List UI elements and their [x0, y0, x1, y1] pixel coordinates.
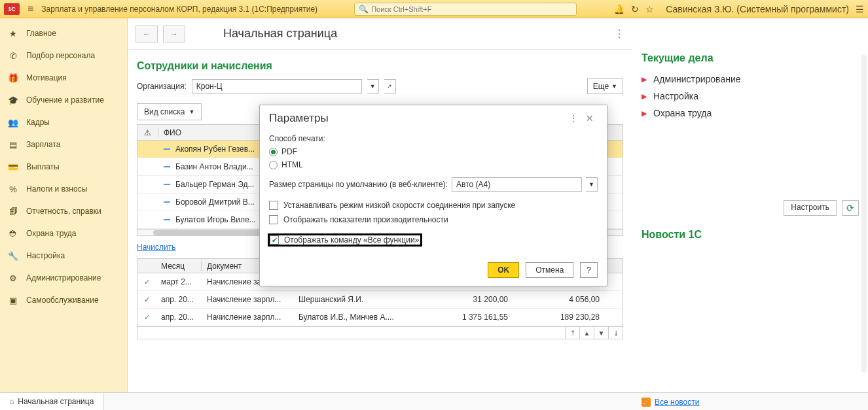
pagesize-label: Размер страницы по умолчанию (в веб-клие…: [269, 180, 448, 189]
sidebar-item-admin[interactable]: ⚙Администрирование: [0, 267, 127, 289]
wrench-icon: 🔧: [8, 251, 18, 261]
employee-name: Бальцер Герман Эд...: [175, 180, 254, 189]
sidebar-item-label: Кадры: [26, 118, 50, 127]
sidebar-item-settings[interactable]: 🔧Настройка: [0, 245, 127, 267]
user-label[interactable]: Савинская З.Ю. (Системный программист): [666, 4, 849, 14]
item-icon: [164, 148, 170, 150]
star-icon[interactable]: ☆: [645, 4, 654, 14]
sidebar-item-label: Обучение и развитие: [26, 95, 104, 105]
help-button[interactable]: ?: [580, 262, 598, 278]
sidebar-item-label: Налоги и взносы: [26, 184, 87, 194]
warning-column-icon: ⚠: [137, 128, 158, 137]
sidebar-item-payments[interactable]: 💳Выплаты: [0, 156, 127, 178]
graduation-icon: 🎓: [8, 95, 18, 105]
list-mode-button[interactable]: Вид списка▼: [137, 103, 202, 120]
more-button[interactable]: Еще▼: [587, 78, 623, 94]
configure-button[interactable]: Настроить: [784, 200, 837, 216]
tab-label: Начальная страница: [18, 397, 94, 406]
sidebar-item-selfservice[interactable]: ▣Самообслуживание: [0, 289, 127, 311]
global-search[interactable]: 🔍: [354, 3, 577, 16]
table-row[interactable]: ✓апр. 20...Начисление зарпл...Шершанский…: [137, 291, 623, 309]
print-method-label: Способ печати:: [269, 134, 598, 143]
grid-first-button[interactable]: ⤒: [565, 327, 579, 339]
arrow-right-icon: ▶: [642, 92, 647, 101]
task-admin[interactable]: ▶Администрирование: [642, 71, 859, 88]
task-settings[interactable]: ▶Настройка: [642, 88, 859, 105]
checkbox-checked-icon: ✔: [270, 235, 279, 245]
sidebar-item-label: Зарплата: [26, 140, 61, 149]
grid-nav-strip: ⤒ ▲ ▼ ⤓: [137, 327, 623, 339]
sidebar-item-label: Выплаты: [26, 162, 60, 171]
topbar: 1C ≡ Зарплата и управление персоналом КО…: [0, 0, 868, 18]
grid-icon: ▣: [8, 296, 18, 305]
main-menu-icon[interactable]: ≡: [22, 3, 39, 15]
checkbox-icon: [269, 215, 278, 224]
nav-forward-button[interactable]: →: [163, 26, 185, 43]
org-open-button[interactable]: ↗: [384, 79, 396, 94]
wallet-icon: 💳: [8, 162, 18, 172]
close-icon[interactable]: ✕: [582, 113, 598, 124]
sidebar-item-label: Настройка: [26, 251, 65, 260]
panel-toggle-icon[interactable]: ☰: [856, 4, 864, 14]
tab-homepage[interactable]: ⌂ Начальная страница: [0, 393, 103, 410]
grid-last-button[interactable]: ⤓: [608, 327, 623, 339]
org-dropdown-button[interactable]: ▼: [367, 79, 379, 94]
org-value: Крон-Ц: [196, 82, 223, 91]
sidebar-item-salary[interactable]: ▤Зарплата: [0, 133, 127, 156]
cancel-button[interactable]: Отмена: [526, 262, 573, 278]
radio-html[interactable]: HTML: [269, 160, 598, 169]
org-select[interactable]: Крон-Ц: [192, 79, 362, 94]
sidebar-item-recruit[interactable]: ✆Подбор персонала: [0, 44, 127, 67]
sidebar-item-motivation[interactable]: 🎁Мотивация: [0, 67, 127, 89]
gear-icon: ⚙: [8, 273, 18, 283]
rss-icon: ⋰: [642, 398, 651, 407]
dialog-menu-icon[interactable]: ⋮: [565, 113, 582, 124]
org-label: Организация:: [137, 82, 187, 91]
sidebar-item-hr[interactable]: 👥Кадры: [0, 111, 127, 133]
page-header: ← → Начальная страница ⋮: [128, 18, 632, 50]
sidebar-item-label: Администрирование: [26, 273, 101, 282]
sidebar-item-main[interactable]: ★Главное: [0, 22, 127, 44]
vertical-scrollbar[interactable]: [861, 55, 867, 373]
checkbox-lowspeed[interactable]: Устанавливать режим низкой скорости соед…: [269, 201, 598, 210]
phone-icon: ✆: [8, 51, 18, 61]
grid-up-button[interactable]: ▲: [579, 327, 594, 339]
posted-doc-icon: ✓: [137, 278, 156, 286]
history-icon[interactable]: ↻: [631, 4, 639, 14]
accrue-link[interactable]: Начислить: [137, 243, 175, 252]
page-menu-icon[interactable]: ⋮: [614, 27, 624, 40]
sidebar-item-taxes[interactable]: %Налоги и взносы: [0, 178, 127, 200]
sidebar-item-education[interactable]: 🎓Обучение и развитие: [0, 89, 127, 111]
news-title: Новости 1С: [642, 229, 859, 241]
star-icon: ★: [8, 29, 18, 39]
chevron-down-icon: ▼: [611, 83, 617, 90]
table-row[interactable]: ✓апр. 20...Начисление зарпл...Булатов И.…: [137, 309, 623, 326]
report-icon: 🗐: [8, 207, 18, 216]
gift-icon: 🎁: [8, 73, 18, 83]
tasks-title: Текущие дела: [642, 52, 859, 64]
search-input[interactable]: [371, 5, 572, 13]
refresh-button[interactable]: ⟳: [842, 200, 859, 216]
item-icon: [164, 166, 170, 167]
grid-down-button[interactable]: ▼: [594, 327, 608, 339]
sidebar-item-safety[interactable]: ⛑Охрана труда: [0, 222, 127, 245]
page-title: Начальная страница: [223, 27, 337, 41]
people-icon: 👥: [8, 118, 18, 128]
bell-icon[interactable]: 🔔: [613, 4, 624, 14]
item-icon: [164, 201, 170, 203]
app-title: Зарплата и управление персоналом КОРП, р…: [41, 5, 317, 14]
employee-name: Боровой Дмитрий В...: [175, 197, 255, 207]
section-title: Сотрудники и начисления: [137, 60, 623, 72]
chevron-down-icon: ▼: [189, 109, 194, 115]
radio-pdf[interactable]: PDF: [269, 147, 598, 156]
task-safety[interactable]: ▶Охрана труда: [642, 105, 859, 122]
pagesize-select[interactable]: Авто (А4): [452, 177, 582, 192]
ok-button[interactable]: OK: [488, 262, 519, 278]
checkbox-all-functions[interactable]: ✔Отображать команду «Все функции»: [269, 235, 421, 245]
checkbox-performance[interactable]: Отображать показатели производительности: [269, 215, 598, 224]
pagesize-dropdown-button[interactable]: ▼: [586, 177, 598, 192]
month-header[interactable]: Месяц: [156, 262, 202, 271]
nav-back-button[interactable]: ←: [136, 26, 158, 43]
sidebar-item-reports[interactable]: 🗐Отчетность, справки: [0, 200, 127, 222]
all-news-link[interactable]: Все новости: [655, 398, 699, 407]
